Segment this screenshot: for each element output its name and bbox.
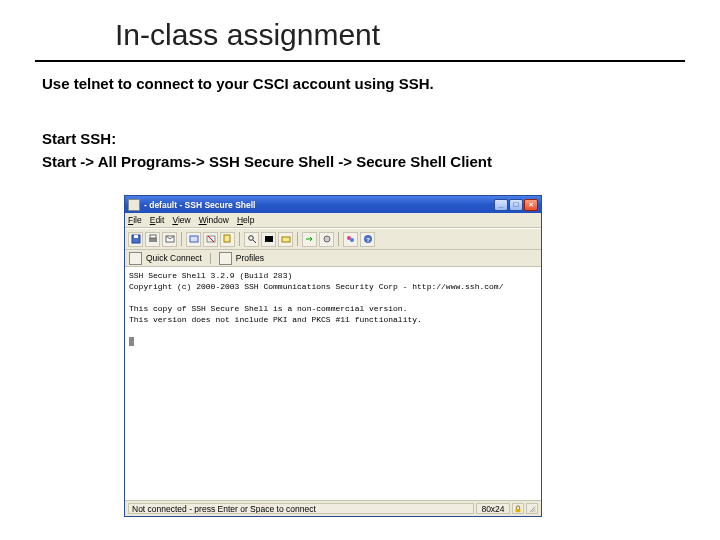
profiles-square-icon[interactable] — [219, 252, 232, 265]
toolbar-separator — [181, 232, 182, 246]
disconnect-icon[interactable] — [203, 232, 218, 247]
svg-line-22 — [534, 511, 535, 512]
window-buttons: _ □ × — [494, 199, 538, 211]
terminal-area[interactable]: SSH Secure Shell 3.2.9 (Build 283) Copyr… — [125, 267, 541, 500]
title-underline — [35, 60, 685, 62]
new-terminal-icon[interactable]: _ — [261, 232, 276, 247]
mail-icon[interactable] — [162, 232, 177, 247]
terminal-line: This version does not include PKI and PK… — [129, 315, 422, 324]
toolbar-separator — [239, 232, 240, 246]
svg-line-10 — [253, 240, 256, 243]
svg-point-16 — [350, 238, 354, 242]
status-position: 80x24 — [476, 503, 510, 514]
instruction-line-1: Use telnet to connect to your CSCI accou… — [42, 75, 434, 92]
svg-rect-2 — [149, 238, 157, 242]
profiles-icon[interactable] — [220, 232, 235, 247]
status-lock-icon — [512, 503, 524, 514]
page-title: In-class assignment — [115, 18, 380, 52]
terminal-line: This copy of SSH Secure Shell is a non-c… — [129, 304, 407, 313]
profiles-label[interactable]: Profiles — [236, 253, 264, 263]
svg-rect-19 — [516, 509, 521, 512]
svg-point-14 — [324, 236, 330, 242]
terminal-line: Copyright (c) 2000-2003 SSH Communicatio… — [129, 282, 503, 291]
svg-rect-8 — [224, 235, 230, 242]
toolbar: _ ? — [125, 228, 541, 250]
menu-file[interactable]: File — [128, 215, 142, 225]
quick-connect-icon[interactable] — [129, 252, 142, 265]
menu-edit[interactable]: Edit — [150, 215, 165, 225]
quick-connect-label[interactable]: Quick Connect — [146, 253, 202, 263]
status-bar: Not connected - press Enter or Space to … — [125, 500, 541, 516]
find-icon[interactable] — [244, 232, 259, 247]
maximize-button[interactable]: □ — [509, 199, 523, 211]
window-title: - default - SSH Secure Shell — [144, 200, 494, 210]
menu-bar: File Edit View Window Help — [125, 213, 541, 228]
svg-rect-1 — [134, 235, 138, 238]
slide: In-class assignment Use telnet to connec… — [0, 0, 720, 540]
help-icon[interactable]: ? — [360, 232, 375, 247]
svg-point-9 — [248, 236, 253, 241]
close-button[interactable]: × — [524, 199, 538, 211]
svg-rect-5 — [190, 236, 198, 242]
transfer-icon[interactable] — [302, 232, 317, 247]
status-main: Not connected - press Enter or Space to … — [128, 503, 474, 514]
settings-icon[interactable] — [319, 232, 334, 247]
ssh-window: - default - SSH Secure Shell _ □ × File … — [124, 195, 542, 517]
menu-window[interactable]: Window — [199, 215, 229, 225]
print-icon[interactable] — [145, 232, 160, 247]
app-icon — [128, 199, 140, 211]
connect-icon[interactable] — [186, 232, 201, 247]
title-bar[interactable]: - default - SSH Secure Shell _ □ × — [125, 196, 541, 213]
status-resize-icon[interactable] — [526, 503, 538, 514]
toolbar-separator — [338, 232, 339, 246]
toolbar-separator — [297, 232, 298, 246]
cursor-icon — [129, 337, 134, 346]
colors-icon[interactable] — [343, 232, 358, 247]
terminal-line: SSH Secure Shell 3.2.9 (Build 283) — [129, 271, 292, 280]
minimize-button[interactable]: _ — [494, 199, 508, 211]
menu-help[interactable]: Help — [237, 215, 254, 225]
quick-connect-bar: Quick Connect Profiles — [125, 250, 541, 267]
menu-view[interactable]: View — [172, 215, 190, 225]
quickbar-separator — [210, 253, 211, 264]
svg-rect-13 — [282, 237, 290, 242]
instruction-line-3: Start -> All Programs-> SSH Secure Shell… — [42, 153, 492, 170]
save-icon[interactable] — [128, 232, 143, 247]
svg-text:?: ? — [366, 237, 370, 243]
new-file-transfer-icon[interactable] — [278, 232, 293, 247]
svg-rect-3 — [150, 235, 156, 238]
instruction-line-2: Start SSH: — [42, 130, 116, 147]
